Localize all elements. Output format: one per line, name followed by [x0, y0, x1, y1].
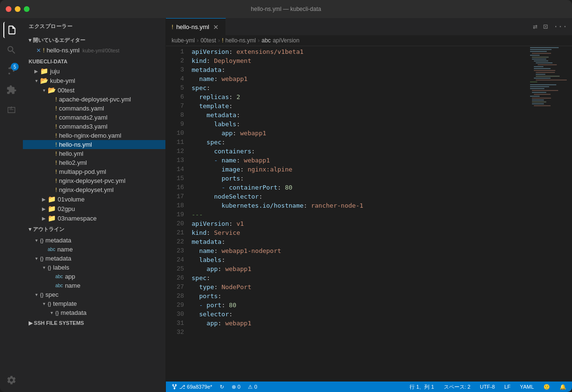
tree-hello-ns[interactable]: ▶ ! hello-ns.yml — [23, 140, 165, 149]
more-actions-icon[interactable]: ··· — [552, 21, 568, 32]
split-editor-icon[interactable]: ⇄ — [532, 21, 539, 32]
breadcrumb-yaml-icon: ! — [222, 37, 223, 44]
tab-close-button[interactable]: ✕ — [212, 23, 220, 31]
bell-item[interactable]: 🔔 — [558, 384, 568, 390]
language-item[interactable]: YAML — [518, 384, 536, 390]
yaml-icon: ! — [55, 96, 57, 103]
outline-name-2[interactable]: ▶ abc name — [23, 281, 165, 290]
tree-commands3[interactable]: ▶ ! commands3.yaml — [23, 122, 165, 131]
tree-01volume[interactable]: ▶ 📁 01volume — [23, 194, 165, 204]
svg-rect-6 — [532, 59, 546, 60]
tab-hello-ns[interactable]: ! hello-ns.yml ✕ — [166, 18, 226, 35]
ssh-section-header[interactable]: ▶ SSH FILE SYSTEMS — [23, 317, 165, 329]
git-branch-item[interactable]: ⎇ 69a8379e* — [170, 384, 214, 390]
svg-rect-12 — [534, 70, 555, 71]
breadcrumb-kube-yml[interactable]: kube-yml — [172, 37, 195, 44]
warnings-item[interactable]: ⚠ 0 — [246, 384, 259, 390]
abc-icon: abc — [55, 283, 63, 288]
svg-rect-21 — [530, 88, 544, 89]
open-editors-section[interactable]: ▾ 開いているエディター — [23, 35, 165, 46]
yaml-file-icon: ! — [43, 47, 45, 54]
svg-rect-4 — [530, 55, 540, 56]
search-icon[interactable] — [3, 42, 20, 58]
smiley-item[interactable]: 🙂 — [541, 384, 552, 390]
tree-hello[interactable]: ▶ ! hello.yml — [23, 149, 165, 158]
breadcrumb-00test[interactable]: 00test — [201, 37, 216, 44]
outline-labels[interactable]: ▾ {} labels — [23, 263, 165, 272]
tree-hello-nginx-demo[interactable]: ▶ ! hello-nginx-demo.yaml — [23, 131, 165, 140]
breadcrumb-hello-ns[interactable]: hello-ns.yml — [225, 37, 256, 44]
source-control-icon[interactable]: 5 — [3, 62, 20, 78]
tree-nginx-deployset[interactable]: ▶ ! nginx-deployset.yml — [23, 185, 165, 194]
svg-rect-24 — [534, 94, 551, 95]
bell-icon: 🔔 — [560, 384, 566, 390]
maximize-button[interactable] — [24, 6, 30, 12]
position-item[interactable]: 行 1、列 1 — [408, 383, 436, 391]
spaces-item[interactable]: スペース: 2 — [442, 383, 472, 391]
yaml-icon: ! — [55, 159, 57, 166]
svg-rect-0 — [530, 47, 559, 48]
outline-metadata-1[interactable]: ▾ {} metadata — [23, 236, 165, 245]
explorer-icon[interactable] — [3, 22, 20, 38]
breadcrumb-sep-2: › — [218, 37, 220, 44]
svg-rect-22 — [532, 90, 558, 91]
outline-spec[interactable]: ▾ {} spec — [23, 290, 165, 299]
minimap[interactable] — [529, 46, 572, 382]
window-title: hello-ns.yml — kubecli-data — [251, 6, 321, 12]
svg-rect-5 — [532, 57, 549, 58]
outline-section-header[interactable]: ▾ アウトライン — [23, 223, 165, 236]
outline-metadata-2[interactable]: ▾ {} metadata — [23, 254, 165, 263]
breadcrumb-sep-1: › — [197, 37, 199, 44]
tree-commands2[interactable]: ▶ ! commands2.yaml — [23, 113, 165, 122]
object-icon: {} — [40, 292, 43, 298]
tree-apache-deployset-pvc[interactable]: ▶ ! apache-deployset-pvc.yml — [23, 95, 165, 104]
editor-area: ! hello-ns.yml ✕ ⇄ ⊡ ··· kube-yml › 00te… — [166, 18, 572, 392]
svg-rect-8 — [536, 62, 552, 63]
tree-02gpu[interactable]: ▶ 📁 02gpu — [23, 204, 165, 213]
close-file-icon[interactable]: ✕ — [36, 47, 41, 54]
tree-hello2[interactable]: ▶ ! hello2.yml — [23, 158, 165, 167]
folder-icon: 📁 — [48, 214, 56, 222]
tree-kube-yml[interactable]: ▾ 📂 kube-yml — [23, 76, 165, 85]
outline-name-1[interactable]: ▶ abc name — [23, 245, 165, 254]
open-file-hello-ns[interactable]: ✕ ! hello-ns.yml kube-yml/00test — [23, 46, 165, 55]
encoding-item[interactable]: UTF-8 — [478, 384, 497, 390]
svg-rect-20 — [530, 86, 549, 87]
minimize-button[interactable] — [15, 6, 20, 12]
window-controls[interactable] — [6, 6, 30, 12]
settings-icon[interactable] — [3, 372, 20, 388]
svg-rect-30 — [534, 105, 551, 106]
tree-03namespace[interactable]: ▶ 📁 03namespace — [23, 213, 165, 223]
sidebar-content[interactable]: ▾ 開いているエディター ✕ ! hello-ns.yml kube-yml/0… — [23, 35, 165, 392]
breadcrumb-abc-icon: abc — [262, 37, 271, 44]
tree-nginx-deployset-pvc[interactable]: ▶ ! nginx-deployset-pvc.yml — [23, 176, 165, 185]
toggle-panel-icon[interactable]: ⊡ — [542, 21, 549, 32]
docker-icon[interactable] — [3, 102, 20, 118]
object-icon: {} — [55, 310, 59, 316]
line-ending-item[interactable]: LF — [502, 384, 512, 390]
tree-commands[interactable]: ▶ ! commands.yaml — [23, 104, 165, 113]
close-button[interactable] — [6, 6, 11, 12]
yaml-icon: ! — [55, 105, 57, 112]
breadcrumb: kube-yml › 00test › ! hello-ns.yml › abc… — [166, 35, 572, 46]
git-branch-text: ⎇ 69a8379e* — [179, 384, 212, 390]
extensions-icon[interactable] — [3, 82, 20, 98]
outline-app[interactable]: ▶ abc app — [23, 272, 165, 281]
tree-00test[interactable]: ▾ 📂 00test — [23, 85, 165, 95]
object-icon: {} — [40, 256, 43, 261]
svg-rect-16 — [534, 78, 551, 79]
outline-template[interactable]: ▾ {} template — [23, 299, 165, 308]
object-icon: {} — [48, 301, 51, 307]
code-editor[interactable]: apiVersion: extensions/v1beta1 kind: Dep… — [188, 46, 529, 382]
tab-bar-actions: ⇄ ⊡ ··· — [532, 21, 572, 32]
breadcrumb-apiversion[interactable]: apiVersion — [273, 37, 299, 44]
line-ending-text: LF — [504, 384, 511, 390]
source-control-badge: 5 — [11, 63, 19, 70]
svg-rect-25 — [530, 96, 540, 97]
tree-multiapp-pod[interactable]: ▶ ! multiapp-pod.yml — [23, 167, 165, 176]
tree-juju[interactable]: ▶ 📁 juju — [23, 66, 165, 76]
outline-metadata-3[interactable]: ▾ {} metadata — [23, 308, 165, 317]
sync-item[interactable]: ↻ — [218, 384, 226, 390]
errors-item[interactable]: ⊗ 0 — [230, 384, 242, 390]
root-section[interactable]: KUBECLI-DATA — [23, 55, 165, 66]
